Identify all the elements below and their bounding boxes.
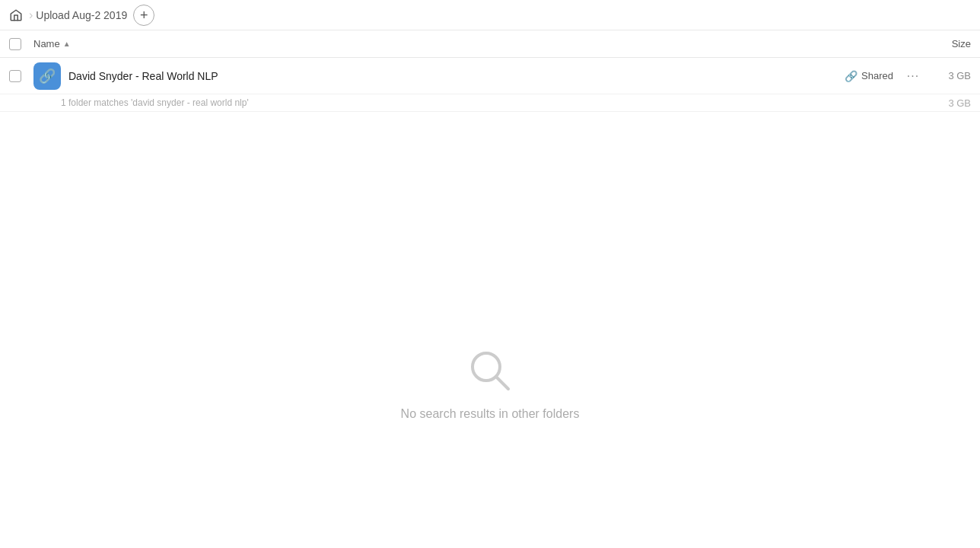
- match-info-row: 1 folder matches 'david snyder - real wo…: [0, 94, 980, 112]
- name-column-header[interactable]: Name ▲: [33, 38, 925, 49]
- add-button[interactable]: +: [133, 5, 154, 26]
- file-row-right: 🔗 Shared ··· 3 GB: [845, 65, 971, 87]
- link-folder-icon: 🔗: [39, 68, 56, 84]
- breadcrumb-current-folder[interactable]: Upload Aug-2 2019: [36, 9, 127, 21]
- shared-link-icon: 🔗: [845, 70, 858, 82]
- file-icon: 🔗: [33, 62, 61, 90]
- file-row[interactable]: 🔗 David Snyder - Real World NLP 🔗 Shared…: [0, 58, 980, 94]
- breadcrumb-bar: › Upload Aug-2 2019 +: [0, 0, 980, 30]
- match-size: 3 GB: [948, 97, 971, 109]
- name-column-label: Name: [33, 38, 60, 49]
- breadcrumb-separator: ›: [29, 8, 33, 22]
- no-results-icon: [466, 346, 514, 395]
- column-header-row: Name ▲ Size: [0, 30, 980, 58]
- more-options-button[interactable]: ···: [902, 65, 924, 87]
- select-all-checkbox[interactable]: [9, 38, 21, 50]
- home-button[interactable]: [9, 8, 23, 22]
- content-area: 🔗 David Snyder - Real World NLP 🔗 Shared…: [0, 58, 980, 548]
- match-text: 1 folder matches 'david snyder - real wo…: [61, 97, 249, 108]
- file-size: 3 GB: [933, 70, 971, 81]
- sort-icon: ▲: [63, 40, 71, 48]
- no-results-text: No search results in other folders: [401, 407, 580, 421]
- svg-line-1: [496, 377, 508, 389]
- empty-state: No search results in other folders: [0, 112, 980, 548]
- size-column-header[interactable]: Size: [925, 38, 971, 49]
- shared-label: Shared: [861, 70, 893, 81]
- shared-badge: 🔗 Shared: [845, 70, 893, 82]
- file-name: David Snyder - Real World NLP: [68, 70, 845, 82]
- row-checkbox[interactable]: [9, 70, 21, 82]
